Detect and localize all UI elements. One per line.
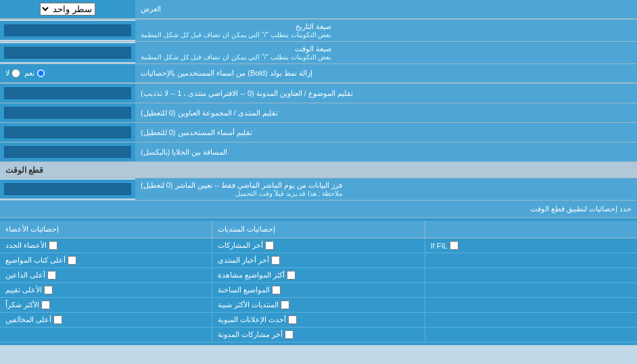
col1-header: إحصائيات الأعضاء: [0, 221, 212, 238]
cell-spacing-control[interactable]: 2: [0, 142, 135, 161]
cb-row-3: أكثر المواضيع مشاهدة أعلى الداعين: [0, 268, 637, 283]
checkboxes-section: إحصائيات المنتديات إحصائيات الأعضاء If F…: [0, 218, 637, 345]
time-cut-label: فرز البيانات من يوم الماشر الماضي فقط --…: [135, 178, 637, 200]
trim-subject-input[interactable]: 33: [4, 87, 131, 99]
trim-forum-input[interactable]: 33: [4, 107, 131, 119]
trim-forum-control[interactable]: 33: [0, 103, 135, 122]
col2-cb-7[interactable]: أخر مشاركات المدونة: [212, 328, 424, 342]
col1-cb-2-input[interactable]: [68, 256, 76, 265]
trim-usernames-input[interactable]: 0: [4, 126, 131, 138]
date-format-input[interactable]: d-m: [4, 24, 131, 36]
radio-no[interactable]: [11, 69, 20, 78]
time-cut-row: فرز البيانات من يوم الماشر الماضي فقط --…: [0, 178, 637, 201]
trim-usernames-label: تقليم أسماء المستخدمين (0 للتعطيل): [135, 123, 637, 142]
col2-cb-6-input[interactable]: [288, 315, 297, 324]
cell-spacing-row: المسافة بين الخلايا (بالبكسل) 2: [0, 142, 637, 162]
col3-cb-3: [425, 268, 637, 282]
col3-cb-7: [425, 328, 637, 342]
radio-yes[interactable]: [37, 69, 45, 78]
limit-row: حدد إحصائيات لتطبيق قطع الوقت: [0, 201, 637, 218]
col2-cb-4-input[interactable]: [272, 286, 281, 294]
time-format-control[interactable]: H:i: [0, 43, 135, 62]
date-format-label: صيغة التاريخ بعض التكوينات يتطلب "/" الت…: [135, 20, 637, 41]
col1-cb-5[interactable]: الأكثر شكراً: [0, 298, 212, 312]
trim-forum-row: تقليم المنتدى / المجموعة العناوين (0 للت…: [0, 103, 637, 123]
radio-yes-label[interactable]: نعم: [24, 69, 45, 78]
time-format-row: صيغة الوقت بعض التكوينات يتطلب "/" التي …: [0, 42, 637, 64]
limit-label: حدد إحصائيات لتطبيق قطع الوقت: [5, 205, 632, 213]
col3-cb-6: [425, 313, 637, 327]
col1-cb-1-label[interactable]: الأعضاء الجدد: [5, 241, 57, 250]
col2-cb-7-input[interactable]: [285, 330, 293, 339]
trim-subject-label: تقليم الموضوع / العناوين المدونة (0 -- ا…: [135, 84, 637, 103]
cell-spacing-input[interactable]: 2: [4, 146, 131, 158]
col1-cb-4[interactable]: الأعلى تقييم: [0, 283, 212, 297]
col2-cb-7-label[interactable]: أخر مشاركات المدونة: [218, 330, 293, 339]
cb-row-5: المنتديات الأكثر شبية الأكثر شكراً: [0, 298, 637, 313]
col2-cb-4[interactable]: المواضيع الساخنة: [212, 283, 424, 297]
bold-usernames-label: إزالة نمط بولد (Bold) من اسماء المستخدمي…: [135, 64, 637, 83]
col1-cb-1-input[interactable]: [49, 241, 57, 250]
cell-spacing-label: المسافة بين الخلايا (بالبكسل): [135, 142, 637, 161]
col1-cb-5-input[interactable]: [41, 301, 50, 309]
col2-cb-3-label[interactable]: أكثر المواضيع مشاهدة: [218, 271, 296, 280]
col2-cb-5-label[interactable]: المنتديات الأكثر شبية: [218, 301, 289, 309]
col1-cb-2-label[interactable]: أعلى كتاب المواضيع: [5, 256, 76, 265]
col2-cb-3-input[interactable]: [287, 271, 296, 280]
display-select[interactable]: سطر واحد سطرين ثلاثة أسطر: [40, 3, 95, 16]
cb-row-1: If FIL أخر المشاركات الأعضاء الجدد: [0, 238, 637, 253]
col2-cb-3[interactable]: أكثر المواضيع مشاهدة: [212, 268, 424, 282]
col1-cb-6-label[interactable]: أعلى المخالفين: [5, 315, 62, 324]
time-cut-header: قطع الوقت: [0, 162, 637, 178]
col1-cb-3-input[interactable]: [47, 271, 56, 280]
trim-usernames-control[interactable]: 0: [0, 123, 135, 142]
col2-cb-6[interactable]: أحدث الإعلانات المبوبة: [212, 313, 424, 327]
cb-row-2: أخر أخبار المنتدى أعلى كتاب المواضيع: [0, 253, 637, 268]
col2-cb-2-label[interactable]: أخر أخبار المنتدى: [218, 256, 280, 265]
trim-subject-control[interactable]: 33: [0, 84, 135, 103]
col1-cb-6[interactable]: أعلى المخالفين: [0, 313, 212, 327]
date-format-control[interactable]: d-m: [0, 21, 135, 40]
time-cut-input[interactable]: 0: [4, 183, 131, 195]
col1-cb-4-label[interactable]: الأعلى تقييم: [5, 286, 53, 294]
cb-row-7: أخر مشاركات المدونة: [0, 328, 637, 342]
col1-cb-1[interactable]: الأعضاء الجدد: [0, 238, 212, 253]
col1-cb-3[interactable]: أعلى الداعين: [0, 268, 212, 282]
time-cut-control[interactable]: 0: [0, 180, 135, 199]
col1-cb-7: [0, 328, 212, 342]
main-container: العرض سطر واحد سطرين ثلاثة أسطر صيغة الت…: [0, 0, 637, 345]
col3-cb-5: [425, 298, 637, 312]
trim-subject-row: تقليم الموضوع / العناوين المدونة (0 -- ا…: [0, 84, 637, 103]
time-format-input[interactable]: H:i: [4, 47, 131, 59]
display-label: العرض: [135, 0, 637, 19]
time-format-label: صيغة الوقت بعض التكوينات يتطلب "/" التي …: [135, 42, 637, 63]
col2-cb-6-label[interactable]: أحدث الإعلانات المبوبة: [218, 315, 297, 324]
trim-forum-label: تقليم المنتدى / المجموعة العناوين (0 للت…: [135, 103, 637, 122]
display-control[interactable]: سطر واحد سطرين ثلاثة أسطر: [0, 0, 135, 19]
col3-cb-4: [425, 283, 637, 297]
col1-cb-3-label[interactable]: أعلى الداعين: [5, 271, 56, 280]
display-row: العرض سطر واحد سطرين ثلاثة أسطر: [0, 0, 637, 20]
col1-cb-6-input[interactable]: [53, 315, 62, 324]
col1-cb-2[interactable]: أعلى كتاب المواضيع: [0, 253, 212, 267]
col3-cb-1-input[interactable]: [450, 241, 458, 250]
col2-cb-2-input[interactable]: [271, 256, 280, 265]
col2-cb-5-input[interactable]: [281, 301, 289, 309]
date-format-row: صيغة التاريخ بعض التكوينات يتطلب "/" الت…: [0, 20, 637, 42]
trim-usernames-row: تقليم أسماء المستخدمين (0 للتعطيل) 0: [0, 123, 637, 142]
col1-cb-5-label[interactable]: الأكثر شكراً: [5, 301, 50, 309]
bold-usernames-control[interactable]: نعم لا: [0, 64, 135, 83]
bold-usernames-row: إزالة نمط بولد (Bold) من اسماء المستخدمي…: [0, 64, 637, 84]
col2-header: إحصائيات المنتديات: [212, 221, 424, 238]
col2-cb-4-label[interactable]: المواضيع الساخنة: [218, 286, 281, 294]
col2-cb-1[interactable]: أخر المشاركات: [212, 238, 424, 253]
col2-cb-2[interactable]: أخر أخبار المنتدى: [212, 253, 424, 267]
cb-row-4: المواضيع الساخنة الأعلى تقييم: [0, 283, 637, 298]
col1-cb-4-input[interactable]: [44, 286, 53, 294]
col3-cb-1-label[interactable]: If FIL: [431, 241, 458, 250]
col2-cb-1-label[interactable]: أخر المشاركات: [218, 241, 274, 250]
radio-no-label[interactable]: لا: [5, 69, 20, 78]
col2-cb-5[interactable]: المنتديات الأكثر شبية: [212, 298, 424, 312]
col2-cb-1-input[interactable]: [265, 241, 274, 250]
col3-cb-1[interactable]: If FIL: [425, 238, 637, 253]
